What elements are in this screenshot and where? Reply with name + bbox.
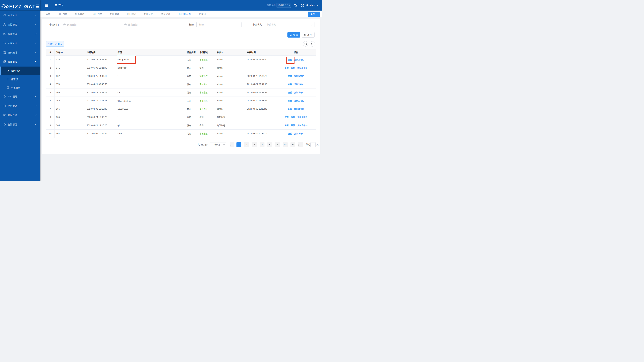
svg-text:FIZZ GAT: FIZZ GAT [9,4,36,9]
